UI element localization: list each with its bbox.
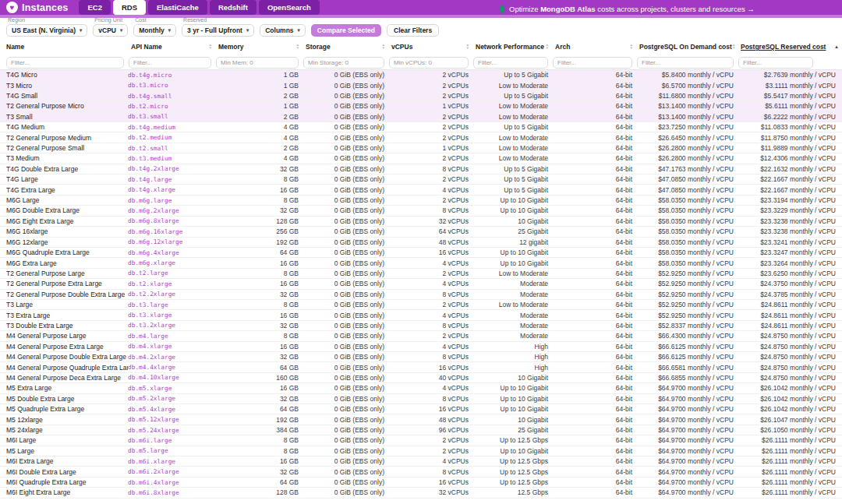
tab-ec2[interactable]: EC2 — [79, 0, 110, 15]
api-name-link[interactable]: db.m6g.8xlarge — [128, 217, 215, 224]
filter-input-postgresql-on-demand-cost[interactable] — [637, 57, 734, 69]
column-header-api-name[interactable]: API Name▲▼ — [128, 43, 215, 51]
table-row[interactable]: T3 Extra Largedb.t3.xlarge16 GB0 GiB (EB… — [0, 310, 842, 320]
table-row[interactable]: M6G Double Extra Largedb.m6g.2xlarge32 G… — [0, 206, 842, 216]
api-name-link[interactable]: db.m6g.12xlarge — [128, 238, 215, 245]
api-name-link[interactable]: db.t4g.xlarge — [128, 186, 215, 193]
api-name-link[interactable]: db.t3.small — [128, 113, 215, 120]
table-row[interactable]: M4 General Purpose Double Extra Largedb.… — [0, 352, 842, 362]
api-name-link[interactable]: db.t3.xlarge — [128, 312, 215, 319]
table-row[interactable]: M5 Double Extra Largedb.m5.2xlarge32 GB0… — [0, 394, 842, 404]
api-name-link[interactable]: db.m5.large — [128, 447, 215, 454]
api-name-link[interactable]: db.t2.small — [128, 145, 215, 152]
mongodb-banner-link[interactable]: Optimize MongoDB Atlas costs across proj… — [499, 0, 755, 18]
table-row[interactable]: T2 General Purpose Mediumdb.t2.medium4 G… — [0, 132, 842, 143]
table-row[interactable]: T2 General Purpose Microdb.t2.micro1 GB0… — [0, 101, 842, 111]
api-name-link[interactable]: db.m6i.xlarge — [128, 458, 215, 465]
api-name-link[interactable]: db.m4.xlarge — [128, 343, 215, 350]
cost-select[interactable]: Monthly▾ — [133, 24, 176, 37]
api-name-link[interactable]: db.m4.10xlarge — [128, 374, 215, 381]
api-name-link[interactable]: db.t4g.small — [128, 93, 215, 100]
table-row[interactable]: M6G Extra Largedb.m6g.xlarge16 GB0 GiB (… — [0, 258, 842, 268]
table-row[interactable]: M4 General Purpose Quadruple Extra Large… — [0, 362, 842, 372]
filter-input-memory[interactable] — [216, 57, 299, 69]
api-name-link[interactable]: db.m5.12xlarge — [128, 416, 215, 423]
columns-select[interactable]: Columns▾ — [260, 24, 306, 37]
column-header-storage[interactable]: Storage▲▼ — [302, 43, 388, 51]
table-row[interactable]: T4G Smalldb.t4g.small2 GB0 GiB (EBS only… — [0, 91, 842, 101]
api-name-link[interactable]: db.m6i.2xlarge — [128, 468, 215, 475]
pricing-unit-select[interactable]: vCPU▾ — [93, 24, 128, 37]
table-row[interactable]: M4 General Purpose Deca Extra Largedb.m4… — [0, 373, 842, 383]
compare-selected-button[interactable]: Compare Selected — [311, 24, 381, 37]
table-row[interactable]: M6G Eight Extra Largedb.m6g.8xlarge128 G… — [0, 217, 842, 227]
api-name-link[interactable]: db.m5.2xlarge — [128, 395, 215, 402]
api-name-link[interactable]: db.m4.4xlarge — [128, 364, 215, 371]
table-row[interactable]: T4G Double Extra Largedb.t4g.2xlarge32 G… — [0, 164, 842, 174]
filter-input-arch[interactable] — [553, 57, 632, 69]
api-name-link[interactable]: db.m6i.4xlarge — [128, 479, 215, 486]
column-header-postgresql-reserved-cost[interactable]: PostgreSQL Reserved cost▲ — [738, 43, 842, 51]
api-name-link[interactable]: db.m6g.4xlarge — [128, 249, 215, 256]
table-row[interactable]: T3 Mediumdb.t3.medium4 GB0 GiB (EBS only… — [0, 153, 842, 164]
vantage-logo[interactable]: ♥ Instances — [6, 2, 68, 13]
api-name-link[interactable]: db.t2.large — [128, 270, 215, 277]
table-row[interactable]: T2 General Purpose Smalldb.t2.small2 GB0… — [0, 143, 842, 153]
api-name-link[interactable]: db.m6g.xlarge — [128, 259, 215, 266]
api-name-link[interactable]: db.t3.medium — [128, 155, 215, 162]
api-name-link[interactable]: db.m4.large — [128, 333, 215, 340]
table-row[interactable]: T4G Extra Largedb.t4g.xlarge16 GB0 GiB (… — [0, 185, 842, 195]
table-row[interactable]: M6G 12xlargedb.m6g.12xlarge192 GB0 GiB (… — [0, 238, 842, 248]
table-row[interactable]: M5 Extra Largedb.m5.xlarge16 GB0 GiB (EB… — [0, 383, 842, 393]
api-name-link[interactable]: db.t4g.medium — [128, 124, 215, 131]
table-row[interactable]: M6G 16xlargedb.m6g.16xlarge256 GB0 GiB (… — [0, 227, 842, 237]
table-row[interactable]: M5 Quadruple Extra Largedb.m5.4xlarge64 … — [0, 404, 842, 414]
column-header-memory[interactable]: Memory▲▼ — [215, 43, 302, 51]
filter-input-network-performance[interactable] — [473, 57, 548, 69]
api-name-link[interactable]: db.m6i.large — [128, 437, 215, 444]
api-name-link[interactable]: db.m6g.16xlarge — [128, 228, 215, 235]
table-row[interactable]: M6I Double Extra Largedb.m6i.2xlarge32 G… — [0, 467, 842, 477]
filter-input-storage[interactable] — [303, 57, 384, 69]
api-name-link[interactable]: db.t2.medium — [128, 134, 215, 141]
filter-input-vcpus[interactable] — [389, 57, 469, 69]
table-row[interactable]: T4G Mediumdb.t4g.medium4 GB0 GiB (EBS on… — [0, 122, 842, 132]
table-row[interactable]: T3 Smalldb.t3.small2 GB0 GiB (EBS only)2… — [0, 112, 842, 122]
table-row[interactable]: M6G Largedb.m6g.large8 GB0 GiB (EBS only… — [0, 196, 842, 206]
table-row[interactable]: M4 General Purpose Largedb.m4.large8 GB0… — [0, 331, 842, 341]
api-name-link[interactable]: db.m4.2xlarge — [128, 354, 215, 361]
column-header-name[interactable]: Name — [0, 43, 128, 51]
tab-rds[interactable]: RDS — [113, 0, 146, 15]
table-row[interactable]: T2 General Purpose Largedb.t2.large8 GB0… — [0, 269, 842, 279]
api-name-link[interactable]: db.m6g.large — [128, 197, 215, 204]
filter-input-api-name[interactable] — [129, 57, 211, 69]
api-name-link[interactable]: db.t4g.large — [128, 176, 215, 183]
table-row[interactable]: M6I Extra Largedb.m6i.xlarge16 GB0 GiB (… — [0, 456, 842, 467]
api-name-link[interactable]: db.m5.4xlarge — [128, 406, 215, 413]
tab-redshift[interactable]: Redshift — [210, 0, 256, 15]
column-header-postgresql-on-demand-cost[interactable]: PostgreSQL On Demand cost▲▼ — [636, 43, 738, 51]
column-header-network-performance[interactable]: Network Performance▲▼ — [472, 43, 552, 51]
table-row[interactable]: T2 General Purpose Extra Largedb.t2.xlar… — [0, 279, 842, 289]
table-row[interactable]: M6I Quadruple Extra Largedb.m6i.4xlarge6… — [0, 478, 842, 488]
table-row[interactable]: M5 Largedb.m5.large8 GB0 GiB (EBS only)2… — [0, 446, 842, 456]
table-row[interactable]: M5 24xlargedb.m5.24xlarge384 GB0 GiB (EB… — [0, 425, 842, 435]
api-name-link[interactable]: db.t2.2xlarge — [128, 291, 215, 298]
table-row[interactable]: T3 Double Extra Largedb.t3.2xlarge32 GB0… — [0, 321, 842, 331]
column-header-arch[interactable]: Arch▲▼ — [552, 43, 636, 51]
table-row[interactable]: M4 General Purpose Extra Largedb.m4.xlar… — [0, 342, 842, 352]
table-row[interactable]: T2 General Purpose Double Extra Largedb.… — [0, 290, 842, 300]
table-row[interactable]: T3 Largedb.t3.large8 GB0 GiB (EBS only)2… — [0, 300, 842, 310]
api-name-link[interactable]: db.m6i.8xlarge — [128, 489, 215, 496]
api-name-link[interactable]: db.t3.large — [128, 301, 215, 308]
table-row[interactable]: M6I Eight Extra Largedb.m6i.8xlarge128 G… — [0, 488, 842, 498]
clear-filters-button[interactable]: Clear Filters — [387, 24, 439, 37]
api-name-link[interactable]: db.t4g.micro — [128, 72, 215, 79]
api-name-link[interactable]: db.m5.xlarge — [128, 385, 215, 392]
api-name-link[interactable]: db.m5.24xlarge — [128, 427, 215, 434]
table-row[interactable]: T4G Microdb.t4g.micro1 GB0 GiB (EBS only… — [0, 70, 842, 80]
api-name-link[interactable]: db.t3.micro — [128, 82, 215, 89]
filter-input-name[interactable] — [6, 57, 124, 69]
api-name-link[interactable]: db.t2.xlarge — [128, 280, 215, 287]
table-row[interactable]: T3 Microdb.t3.micro1 GB0 GiB (EBS only)2… — [0, 80, 842, 90]
